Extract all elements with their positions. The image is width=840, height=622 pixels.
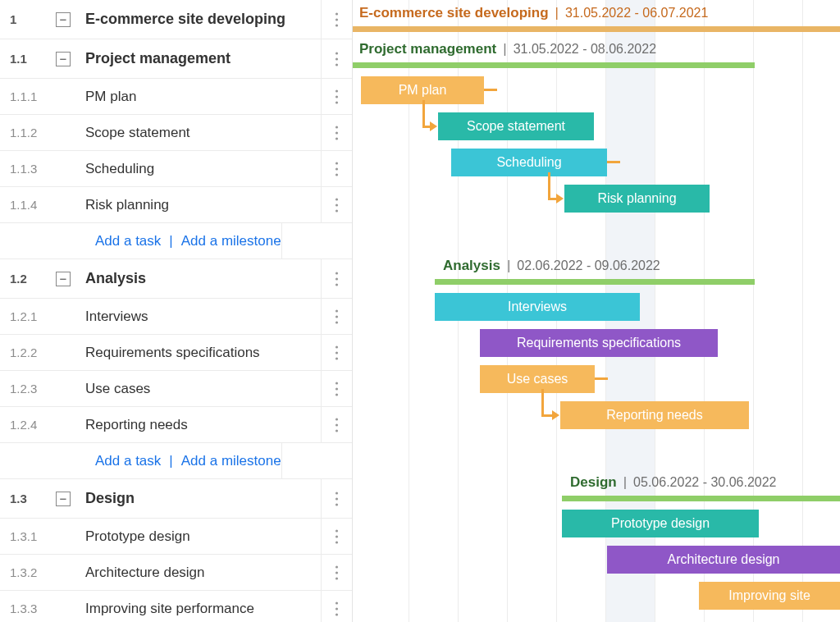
project-summary-label[interactable]: E-commerce site developing | 31.05.2022 … — [359, 5, 708, 21]
row-actions-col — [321, 555, 352, 590]
add-task-link[interactable]: Add a task — [95, 453, 161, 469]
project-row: 1−E-commerce site developing — [0, 0, 352, 39]
task-bar[interactable]: Scheduling — [451, 149, 607, 176]
more-icon[interactable] — [325, 418, 349, 432]
task-bar[interactable]: PM plan — [361, 76, 484, 104]
task-name[interactable]: PM plan — [85, 89, 321, 105]
more-icon[interactable] — [325, 198, 349, 213]
group-summary-bar[interactable] — [353, 62, 755, 68]
svg-point-17 — [336, 209, 338, 212]
task-name[interactable]: Improving site performance — [85, 601, 321, 617]
more-icon[interactable] — [325, 345, 349, 360]
wbs-number: 1 — [10, 12, 56, 26]
gantt-panel: E-commerce site developing | 31.05.2022 … — [353, 0, 840, 622]
group-name[interactable]: Design — [85, 490, 321, 507]
task-row: 1.3.2Architecture design — [0, 555, 352, 591]
summary-title: Design — [570, 474, 617, 491]
task-bar-label: Architecture design — [668, 552, 780, 567]
more-icon[interactable] — [325, 382, 349, 396]
row-actions-col — [321, 371, 352, 406]
task-bar[interactable]: Prototype design — [562, 510, 759, 537]
row-actions-col — [321, 479, 352, 518]
more-icon[interactable] — [325, 89, 349, 104]
group-row: 1.3−Design — [0, 479, 352, 519]
add-links-separator: | — [169, 453, 172, 469]
task-bar[interactable]: Scope statement — [438, 112, 594, 140]
svg-point-36 — [336, 529, 338, 532]
svg-point-43 — [336, 607, 338, 610]
svg-point-31 — [336, 423, 338, 426]
more-icon[interactable] — [325, 52, 349, 66]
more-icon[interactable] — [325, 126, 349, 140]
more-icon[interactable] — [325, 12, 349, 27]
task-name[interactable]: Use cases — [85, 381, 321, 397]
summary-dates: 05.06.2022 - 30.06.2022 — [633, 475, 776, 490]
task-bar[interactable]: Use cases — [480, 365, 595, 393]
row-actions-col — [321, 407, 352, 442]
task-row: 1.2.3Use cases — [0, 371, 352, 407]
svg-point-29 — [336, 393, 338, 396]
group-name[interactable]: Analysis — [85, 270, 321, 287]
row-actions-col — [321, 259, 352, 298]
summary-separator: | — [503, 41, 506, 57]
project-summary-bar[interactable] — [353, 26, 840, 32]
collapse-toggle[interactable]: − — [56, 52, 71, 66]
svg-point-10 — [336, 131, 338, 134]
more-icon[interactable] — [325, 272, 349, 286]
group-name[interactable]: Project management — [85, 50, 321, 67]
task-name[interactable]: Reporting needs — [85, 417, 321, 433]
collapse-toggle[interactable]: − — [56, 492, 71, 506]
add-task-link[interactable]: Add a task — [95, 233, 161, 249]
more-icon[interactable] — [325, 565, 349, 580]
task-bar-label: Prototype design — [611, 516, 710, 531]
wbs-number: 1.3.1 — [10, 529, 56, 543]
task-row: 1.2.1Interviews — [0, 299, 352, 335]
task-name[interactable]: Interviews — [85, 309, 321, 325]
more-icon[interactable] — [325, 529, 349, 544]
task-name[interactable]: Scheduling — [85, 161, 321, 177]
svg-point-20 — [336, 283, 338, 286]
row-actions-col — [321, 299, 352, 334]
group-summary-label[interactable]: Design | 05.06.2022 - 30.06.2022 — [570, 474, 776, 491]
more-icon[interactable] — [325, 162, 349, 176]
svg-point-2 — [336, 24, 338, 26]
task-bar[interactable]: Interviews — [435, 293, 640, 321]
svg-point-25 — [336, 351, 338, 354]
task-name[interactable]: Architecture design — [85, 565, 321, 581]
collapse-toggle[interactable]: − — [56, 12, 71, 27]
task-name[interactable]: Requirements specifications — [85, 345, 321, 361]
task-bar[interactable]: Risk planning — [564, 185, 710, 213]
more-icon[interactable] — [325, 492, 349, 506]
project-name[interactable]: E-commerce site developing — [85, 11, 321, 28]
add-milestone-link[interactable]: Add a milestone — [181, 233, 281, 249]
group-summary-bar[interactable] — [435, 279, 755, 285]
group-summary-label[interactable]: Analysis | 02.06.2022 - 09.06.2022 — [443, 258, 660, 274]
svg-point-34 — [336, 497, 338, 500]
task-bar[interactable]: Architecture design — [607, 546, 840, 574]
group-summary-label[interactable]: Project management | 31.05.2022 - 08.06.… — [359, 41, 656, 57]
svg-point-16 — [336, 204, 338, 206]
task-bar[interactable]: Reporting needs — [560, 401, 749, 429]
collapse-toggle[interactable]: − — [56, 272, 71, 286]
task-bar-label: Requirements specifications — [517, 336, 681, 350]
more-icon[interactable] — [325, 601, 349, 616]
task-bar[interactable]: Improving site — [699, 582, 840, 610]
task-name[interactable]: Prototype design — [85, 528, 321, 545]
task-name[interactable]: Risk planning — [85, 197, 321, 213]
row-actions-col — [321, 187, 352, 222]
svg-point-8 — [336, 101, 338, 103]
wbs-number: 1.2.3 — [10, 382, 56, 396]
row-actions-col — [321, 151, 352, 186]
more-icon[interactable] — [325, 309, 349, 324]
task-name[interactable]: Scope statement — [85, 125, 321, 141]
wbs-number: 1.3.3 — [10, 601, 56, 615]
wbs-number: 1.1 — [10, 52, 56, 66]
wbs-number: 1.3.2 — [10, 565, 56, 579]
task-tree-panel: 1−E-commerce site developing1.1−Project … — [0, 0, 353, 622]
add-milestone-link[interactable]: Add a milestone — [181, 453, 281, 469]
row-actions-col — [321, 115, 352, 150]
row-actions-col — [321, 79, 352, 114]
task-bar[interactable]: Requirements specifications — [480, 329, 718, 357]
group-summary-bar[interactable] — [562, 496, 840, 501]
svg-point-33 — [336, 492, 338, 494]
